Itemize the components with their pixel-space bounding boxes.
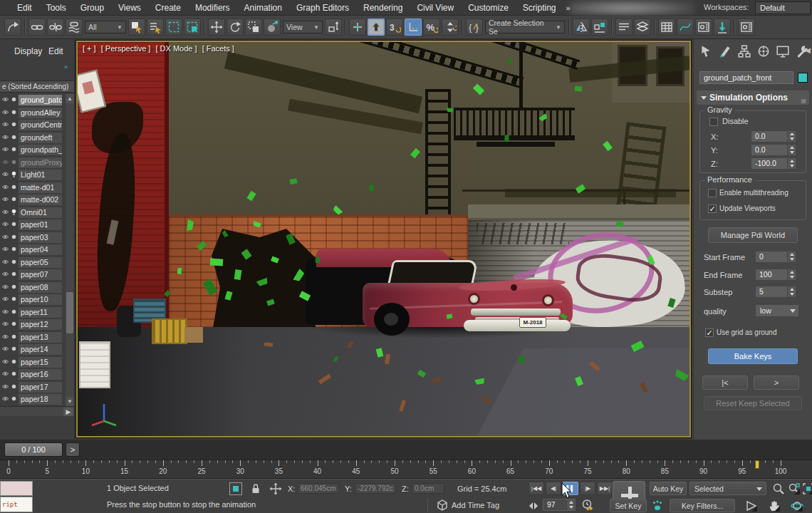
transform-typein-icon[interactable] (269, 482, 282, 495)
visibility-eye-icon[interactable] (1, 95, 9, 103)
explorer-item-paper04[interactable]: paper04 (0, 244, 64, 256)
selection-filter-dropdown[interactable]: All▼ (85, 21, 126, 33)
viewport-pov-menu[interactable]: [ Perspective ] (101, 44, 151, 53)
x-coord-field[interactable]: 660.045cm (298, 483, 339, 494)
visibility-eye-icon[interactable] (1, 158, 9, 166)
explorer-item-paper17[interactable]: paper17 (0, 381, 64, 394)
set-key-button[interactable]: Set Key (610, 499, 647, 512)
visibility-eye-icon[interactable] (1, 370, 9, 378)
snaps-toggle-icon[interactable] (349, 19, 366, 36)
explorer-item-groundProxy[interactable]: groundProxy (0, 157, 64, 170)
previous-frame-button[interactable]: ◀| (546, 482, 561, 495)
explorer-menu-display[interactable]: Display (14, 46, 42, 56)
quality-dropdown[interactable]: low (755, 304, 799, 317)
visibility-eye-icon[interactable] (1, 345, 9, 353)
explorer-overflow-icon[interactable]: » (64, 63, 68, 71)
current-frame-marker[interactable] (755, 460, 759, 469)
object-label[interactable]: paper18 (19, 394, 62, 405)
menu-create[interactable]: Create (148, 1, 188, 15)
step-back-button[interactable]: |< (702, 375, 748, 390)
object-label[interactable]: groundpath_b (19, 145, 62, 155)
explorer-item-paper10[interactable]: paper10 (0, 294, 64, 306)
edit-named-selections-icon[interactable]: {} (466, 19, 483, 36)
object-label[interactable]: paper07 (19, 269, 62, 280)
explorer-item-ground_patch[interactable]: ground_patch (0, 94, 64, 107)
tab-motion[interactable] (754, 42, 772, 61)
end-frame-spinner[interactable]: 100 (755, 269, 796, 281)
object-label[interactable]: groundProxy (19, 157, 62, 168)
select-and-move-icon[interactable] (208, 19, 225, 36)
visibility-eye-icon[interactable] (1, 245, 9, 253)
use-grid-checkbox[interactable]: ✓ (705, 328, 714, 337)
tab-hierarchy[interactable] (735, 42, 753, 61)
object-label[interactable]: paper01 (19, 219, 62, 230)
object-label[interactable]: paper10 (19, 294, 62, 305)
zoom-icon[interactable] (772, 482, 785, 495)
visibility-eye-icon[interactable] (1, 258, 9, 266)
select-and-scale-icon[interactable] (245, 19, 262, 36)
menu-scripting[interactable]: Scripting (516, 1, 563, 15)
percent-snap-icon[interactable]: % (423, 19, 440, 36)
menu-modifiers[interactable]: Modifiers (188, 1, 237, 15)
object-label[interactable]: paper14 (19, 344, 62, 355)
explorer-item-groundAlley[interactable]: groundAlley (0, 107, 64, 120)
listener-text[interactable]: ript Mi: (0, 497, 33, 512)
scroll-up-icon[interactable]: ▲ (66, 94, 74, 103)
visibility-eye-icon[interactable] (1, 108, 9, 116)
align-icon[interactable] (591, 19, 608, 36)
z-coord-field[interactable]: 0.0cm (412, 483, 444, 494)
menu-animation[interactable]: Animation (237, 1, 289, 15)
explorer-horizontal-scrollbar[interactable]: ▶ (0, 406, 75, 416)
object-label[interactable]: matte-d002 (19, 195, 62, 205)
menu-edit[interactable]: Edit (10, 1, 39, 15)
visibility-eye-icon[interactable] (1, 145, 9, 153)
explorer-item-paper08[interactable]: paper08 (0, 281, 64, 294)
timeline-ruler[interactable]: 0510152025303540455055606570758085909510… (0, 460, 812, 479)
snaps-2d-icon[interactable] (368, 19, 385, 36)
viewport-shading-menu[interactable]: [ Facets ] (202, 44, 234, 53)
visibility-eye-icon[interactable] (1, 270, 9, 278)
explorer-item-paper07[interactable]: paper07 (0, 269, 64, 281)
object-label[interactable]: groundAlley (19, 108, 62, 118)
tab-modify[interactable] (716, 42, 734, 61)
menu-civil-view[interactable]: Civil View (410, 1, 461, 15)
visibility-eye-icon[interactable] (1, 133, 9, 141)
selection-set-dropdown[interactable]: Selected (689, 482, 766, 495)
explorer-item-paper14[interactable]: paper14 (0, 343, 64, 356)
menu-group[interactable]: Group (73, 1, 111, 15)
explorer-menu-edit[interactable]: Edit (48, 46, 63, 56)
object-label[interactable]: paper13 (19, 332, 62, 343)
rectangular-selection-icon[interactable] (165, 19, 182, 36)
toggle-scene-explorer-icon[interactable] (615, 19, 633, 36)
tab-create[interactable] (697, 42, 714, 61)
viewport-mode-menu[interactable]: [ DX Mode ] (155, 44, 197, 53)
visibility-eye-icon[interactable] (1, 358, 9, 366)
explorer-item-groundCentre[interactable]: groundCentre (0, 119, 64, 132)
object-label[interactable]: groundeft (19, 133, 62, 143)
substep-spinner[interactable]: 5 (755, 286, 796, 298)
visibility-eye-icon[interactable] (1, 195, 9, 203)
use-pivot-center-icon[interactable] (325, 19, 342, 36)
field-of-view-icon[interactable] (745, 499, 758, 512)
workspaces-dropdown[interactable]: Default (755, 1, 811, 14)
gravity-z-spinner[interactable]: -100.0 (751, 157, 796, 170)
select-object-icon[interactable] (128, 19, 145, 36)
snaps-3d-icon[interactable]: 3 (386, 19, 403, 36)
menu-customize[interactable]: Customize (461, 1, 516, 15)
object-label[interactable]: paper08 (19, 282, 62, 293)
orbit-icon[interactable] (791, 499, 803, 512)
reference-coordinate-dropdown[interactable]: View▼ (283, 21, 323, 33)
object-name-field[interactable]: ground_patch_front (699, 71, 793, 84)
object-label[interactable]: paper12 (19, 319, 62, 330)
toggle-layer-explorer-icon[interactable] (634, 19, 651, 36)
named-selection-dropdown[interactable]: Create Selection Se▼ (485, 21, 565, 33)
explorer-item-paper18[interactable]: paper18 (0, 393, 64, 406)
keyable-icons-icon[interactable] (651, 499, 664, 512)
explorer-item-paper03[interactable]: paper03 (0, 232, 64, 244)
explorer-item-paper12[interactable]: paper12 (0, 318, 64, 331)
manage-pdi-world-button[interactable]: Manage Pdi World (708, 227, 798, 243)
object-color-swatch[interactable] (798, 73, 808, 83)
bind-to-space-warp-icon[interactable] (66, 19, 83, 36)
object-label[interactable]: paper11 (19, 307, 62, 318)
reset-keep-selected-button[interactable]: Reset Keep Selected (704, 396, 802, 410)
